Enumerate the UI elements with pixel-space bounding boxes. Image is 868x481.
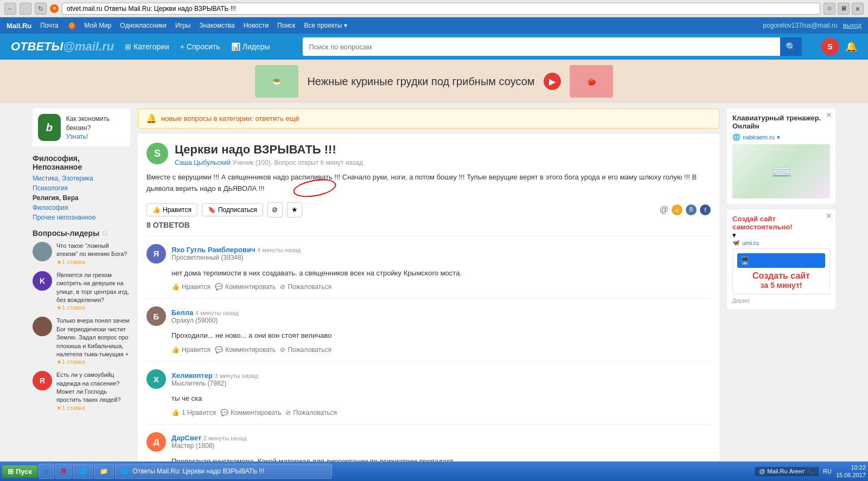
question-body: Вместе с верущими !!! А священников надо… <box>146 172 711 195</box>
ad-block-2: ✕ Создай сайт самостоятельно! ▾ 🦋 umi.ru… <box>727 209 835 309</box>
nav-allprojects[interactable]: Все проекты ▾ <box>304 22 347 29</box>
notification-bell[interactable]: 🔔 <box>845 41 857 53</box>
leader-text-3[interactable]: Только вчера понял зачем Бог периодическ… <box>56 317 130 358</box>
answer-user-row-1: Я Яхо Гугль Рамблерович 4 минуты назад П… <box>146 244 711 264</box>
share-ok-icon[interactable]: о <box>672 204 682 215</box>
leaders-icon: □ <box>103 229 106 237</box>
thumbs-icon-3: 👍 <box>171 409 180 416</box>
answers-count: 8 ОТВЕТОВ <box>146 217 711 229</box>
report-button[interactable]: ⊘ <box>267 202 283 217</box>
ad2-close-button[interactable]: ✕ <box>826 211 832 220</box>
taskbar-browser-window[interactable]: 🌐 Ответы Mail.Ru: Церкви надо ВЗРЫВАТЬ !… <box>115 464 332 479</box>
banner-cta-button[interactable]: ▶ <box>544 73 561 90</box>
flag-icon-2: ⊘ <box>280 346 285 354</box>
question-author-link[interactable]: Саша Цыбульский <box>175 159 231 166</box>
search-container: 🔍 <box>292 37 802 56</box>
like-button[interactable]: 👍 Нравится <box>146 203 197 216</box>
answer-like-2[interactable]: 👍 Нравится <box>171 346 210 354</box>
answer-body-1: нет дома терпимости в них создавать. а с… <box>171 268 711 279</box>
nav-categories[interactable]: ⊞ Категории <box>125 42 169 51</box>
browser-bar: ← → ↻ Я ☆ ⊞ ≡ <box>0 0 868 17</box>
favorite-button[interactable]: ★ <box>287 202 302 217</box>
answer-comment-3[interactable]: 💬 Комментировать <box>220 409 281 416</box>
answer-actions-2: 👍 Нравится 💬 Комментировать ⊘ Пожаловать… <box>171 346 711 354</box>
answer-body-2: Проходили... не ново... а они вон стоят … <box>171 330 711 342</box>
leader-text-1[interactable]: Что такое "ложный атеизм" по мнению Бога… <box>56 242 130 259</box>
mail-agent-button[interactable]: @ Mail.Ru Агент 📞 <box>755 467 819 476</box>
flag-icon-1: ⊘ <box>280 283 285 291</box>
answer-actions-1: 👍 Нравится 💬 Комментировать ⊘ Пожаловать… <box>171 283 711 291</box>
windows-icon: ⊞ <box>8 467 14 476</box>
refresh-button[interactable]: ↻ <box>35 3 47 15</box>
ad1-site[interactable]: 🌐 nabiraem.ru ▾ <box>732 133 830 141</box>
answer-username-4[interactable]: ДарСвет <box>171 434 201 442</box>
answer-actions-3: 👍 1 Нравится 💬 Комментировать ⊘ Пожалова… <box>171 409 711 416</box>
search-button[interactable]: 🔍 <box>780 37 802 56</box>
taskbar-yandex[interactable]: Я <box>55 464 72 479</box>
category-phil[interactable]: Философия <box>33 204 130 211</box>
promo-link[interactable]: Узнать! <box>66 133 88 140</box>
answer-username-2[interactable]: Белла <box>171 309 193 317</box>
category-psych[interactable]: Психология <box>33 184 130 192</box>
nav-odnoklassniki[interactable]: Одноклассники <box>120 22 167 29</box>
ad2-site[interactable]: 🦋 umi.ru <box>732 239 830 246</box>
share-fb-icon[interactable]: f <box>700 204 711 215</box>
answer-report-2[interactable]: ⊘ Пожаловаться <box>280 346 331 354</box>
answer-avatar-3: Х <box>146 369 166 389</box>
new-questions-text[interactable]: новые вопросы в категории: ответить ещё <box>161 114 299 123</box>
leader-text-4[interactable]: Есть ли у самоубийц надежда на спасение?… <box>56 371 130 405</box>
category-religion[interactable]: Религия, Вера <box>33 194 130 202</box>
taskbar-ie[interactable]: e <box>39 464 54 479</box>
answer-username-3[interactable]: Хеликоптер <box>171 371 213 380</box>
search-input[interactable] <box>303 37 780 56</box>
back-button[interactable]: ← <box>4 3 16 15</box>
nav-novosti[interactable]: Новости <box>244 22 269 29</box>
share-vk-icon[interactable]: B <box>686 204 697 215</box>
start-button[interactable]: ⊞ Пуск <box>2 465 37 478</box>
ad1-close-button[interactable]: ✕ <box>826 111 832 119</box>
leader-content-2: Является ли грехом смотреть на девушек н… <box>56 271 130 312</box>
mailru-topnav: Mail.Ru Почта 0 Мой Мир Одноклассники Иг… <box>0 17 868 34</box>
answer-username-1[interactable]: Яхо Гугль Рамблерович <box>171 246 255 254</box>
ie-icon: e <box>44 467 48 475</box>
subscribe-button[interactable]: 🔖 Подписаться <box>202 203 263 216</box>
share-email-icon[interactable]: @ <box>660 205 668 215</box>
nav-poisk[interactable]: Поиск <box>277 22 295 29</box>
taskbar-chrome[interactable]: 🌐 <box>73 464 93 479</box>
question-author-avatar: S <box>146 143 168 164</box>
category-mistika[interactable]: Мистика, Эзотерика <box>33 175 130 182</box>
taskbar-explorer[interactable]: 📁 <box>94 464 114 479</box>
promo-content: Как экономить бензин? Узнать! <box>66 114 125 141</box>
mail-badge: 0 <box>68 22 76 29</box>
user-avatar[interactable]: S <box>821 38 839 55</box>
answer-report-1[interactable]: ⊘ Пожаловаться <box>280 283 331 291</box>
category-other[interactable]: Прочее непознанное <box>33 214 130 221</box>
sidebar-promo: b Как экономить бензин? Узнать! <box>33 108 130 146</box>
answer-report-3[interactable]: ⊘ Пожаловаться <box>285 409 337 416</box>
answer-rank-2: Оракул (59060) <box>171 317 239 324</box>
banner-food-left: 🥗 <box>255 65 298 98</box>
answer-comment-1[interactable]: 💬 Комментировать <box>215 283 276 291</box>
nav-znakomstva[interactable]: Знакомства <box>199 22 234 29</box>
nav-igry[interactable]: Игры <box>175 22 190 29</box>
url-bar[interactable] <box>62 3 820 15</box>
browser-tab-icon: 🌐 <box>121 467 129 475</box>
new-questions-bar: 🔔 новые вопросы в категории: ответить ещ… <box>138 108 719 129</box>
leader-text-2[interactable]: Является ли грехом смотреть на девушек н… <box>56 271 130 305</box>
nav-ask[interactable]: + Спросить <box>180 42 220 51</box>
answer-user-row-4: Д ДарСвет 2 минуты назад Мастер (1808) <box>146 432 711 452</box>
question-header: Церкви надо ВЗРЫВАТЬ !!! Саша Цыбульский… <box>175 143 363 166</box>
star-button[interactable]: ☆ <box>824 3 835 15</box>
menu-button[interactable]: ≡ <box>852 3 864 15</box>
answer-like-1[interactable]: 👍 Нравится <box>171 283 210 291</box>
nav-leaders[interactable]: 📊 Лидеры <box>231 42 270 51</box>
answer-comment-2[interactable]: 💬 Комментировать <box>215 346 276 354</box>
answer-time-2: 4 минуты назад <box>195 310 239 316</box>
exit-link[interactable]: выход <box>843 22 861 29</box>
nav-pochta[interactable]: Почта <box>40 22 58 29</box>
nav-moimir[interactable]: Мой Мир <box>84 22 111 29</box>
forward-button[interactable]: → <box>20 3 31 15</box>
window-button[interactable]: ⊞ <box>838 3 850 15</box>
answer-like-3[interactable]: 👍 1 Нравится <box>171 409 216 416</box>
mailru-logo: Mail.Ru <box>7 22 31 30</box>
